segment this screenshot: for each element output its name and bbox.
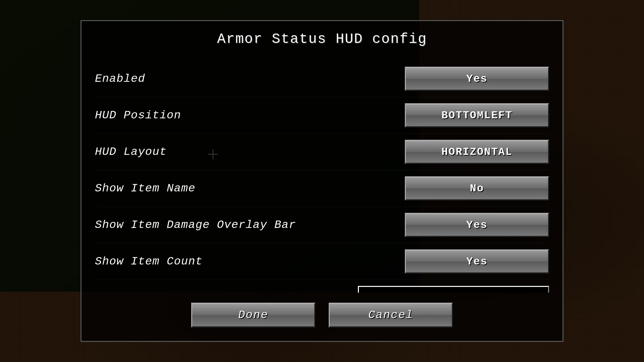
done-button[interactable]: Done	[191, 303, 315, 327]
setting-label-show-item-count: Show Item Count	[95, 255, 203, 268]
setting-label-enabled: Enabled	[95, 72, 145, 85]
window-title: Armor Status HUD config	[217, 31, 427, 47]
setting-label-show-item-damage-overlay-bar: Show Item Damage Overlay Bar	[95, 219, 296, 231]
setting-label-show-item-name: Show Item Name	[95, 182, 196, 195]
setting-row-show-item-count: Show Item CountYes	[95, 243, 549, 280]
setting-row-damage-color-threshold-list: Damage Color Threshold List80,7; 60,e; 4…	[95, 280, 549, 293]
setting-row-hud-position: HUD PositionBOTTOMLEFT	[95, 97, 549, 134]
settings-container: EnabledYesHUD PositionBOTTOMLEFTHUD Layo…	[95, 61, 549, 293]
bottom-buttons: Done Cancel	[95, 303, 549, 327]
setting-button-show-item-name[interactable]: No	[405, 176, 549, 200]
setting-button-hud-position[interactable]: BOTTOMLEFT	[405, 103, 549, 127]
setting-button-enabled[interactable]: Yes	[405, 67, 549, 91]
setting-label-hud-layout: HUD Layout	[95, 145, 167, 158]
setting-row-hud-layout: HUD LayoutHORIZONTAL	[95, 134, 549, 170]
setting-input-damage-color-threshold-list[interactable]: 80,7; 60,e; 40,6; 25,c; 10,4	[358, 286, 549, 293]
setting-row-show-item-name: Show Item NameNo	[95, 170, 549, 207]
setting-row-show-item-damage-overlay-bar: Show Item Damage Overlay BarYes	[95, 207, 549, 243]
settings-area[interactable]: EnabledYesHUD PositionBOTTOMLEFTHUD Layo…	[95, 61, 549, 293]
setting-label-hud-position: HUD Position	[95, 109, 181, 122]
cancel-button[interactable]: Cancel	[329, 303, 453, 327]
setting-button-show-item-count[interactable]: Yes	[405, 249, 549, 274]
setting-row-enabled: EnabledYes	[95, 61, 549, 97]
setting-button-show-item-damage-overlay-bar[interactable]: Yes	[405, 213, 549, 237]
config-window: Armor Status HUD config EnabledYesHUD Po…	[80, 20, 564, 342]
setting-button-hud-layout[interactable]: HORIZONTAL	[405, 140, 549, 164]
setting-label-damage-color-threshold-list: Damage Color Threshold List	[95, 292, 289, 293]
